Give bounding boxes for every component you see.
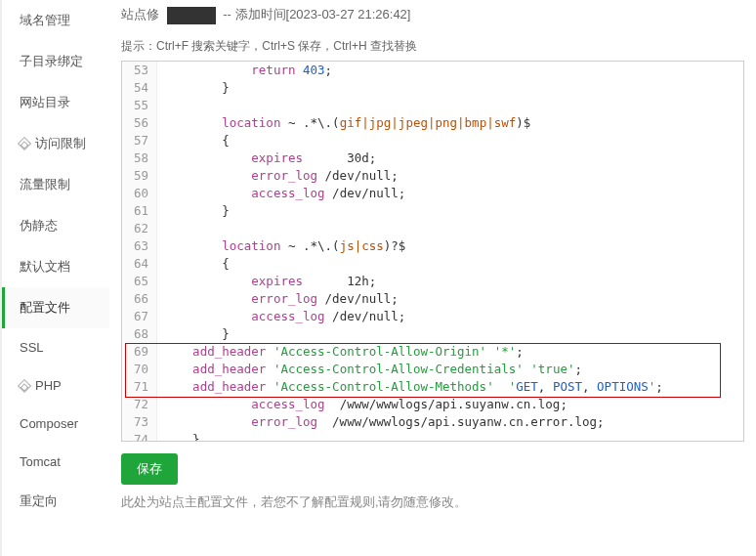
code-line[interactable]: 57 { bbox=[122, 132, 743, 150]
page-header: 站点修 -- 添加时间[2023-03-27 21:26:42] bbox=[121, 0, 744, 30]
code-line[interactable]: 70 add_header 'Access-Control-Allow-Cred… bbox=[122, 361, 743, 378]
line-number: 65 bbox=[122, 273, 157, 290]
code-line[interactable]: 53 return 403; bbox=[122, 62, 743, 79]
code-line[interactable]: 68 } bbox=[122, 325, 743, 343]
sidebar-item-label: 伪静态 bbox=[20, 217, 58, 235]
sidebar-item-3[interactable]: 访问限制 bbox=[2, 123, 109, 164]
line-number: 68 bbox=[122, 325, 157, 343]
code-line[interactable]: 67 access_log /dev/null; bbox=[122, 308, 743, 325]
line-number: 56 bbox=[122, 114, 157, 132]
line-code[interactable]: location ~ .*\.(js|css)?$ bbox=[157, 237, 743, 255]
line-number: 67 bbox=[122, 308, 157, 325]
code-line[interactable]: 63 location ~ .*\.(js|css)?$ bbox=[122, 237, 743, 255]
code-line[interactable]: 60 access_log /dev/null; bbox=[122, 185, 743, 202]
line-number: 74 bbox=[122, 431, 157, 442]
code-line[interactable]: 69 add_header 'Access-Control-Allow-Orig… bbox=[122, 343, 743, 361]
sidebar-item-7[interactable]: 配置文件 bbox=[2, 287, 109, 328]
save-button[interactable]: 保存 bbox=[121, 453, 178, 485]
line-code[interactable]: error_log /www/wwwlogs/api.suyanw.cn.err… bbox=[157, 413, 743, 431]
config-note: 此处为站点主配置文件，若您不了解配置规则,请勿随意修改。 bbox=[121, 494, 744, 511]
sidebar-item-label: Composer bbox=[20, 416, 78, 431]
line-code[interactable] bbox=[157, 220, 743, 237]
line-number: 71 bbox=[122, 378, 157, 396]
line-code[interactable]: error_log /dev/null; bbox=[157, 167, 743, 185]
code-line[interactable]: 66 error_log /dev/null; bbox=[122, 290, 743, 308]
header-suffix: -- 添加时间[2023-03-27 21:26:42] bbox=[223, 7, 410, 21]
editor-hint: 提示：Ctrl+F 搜索关键字，Ctrl+S 保存，Ctrl+H 查找替换 bbox=[121, 38, 744, 55]
sidebar-item-label: 默认文档 bbox=[20, 258, 70, 276]
line-code[interactable]: access_log /dev/null; bbox=[157, 308, 743, 325]
line-number: 60 bbox=[122, 185, 157, 202]
line-number: 58 bbox=[122, 150, 157, 167]
config-editor[interactable]: 53 return 403;54 }5556 location ~ .*\.(g… bbox=[121, 61, 744, 442]
line-code[interactable]: { bbox=[157, 255, 743, 273]
code-line[interactable]: 58 expires 30d; bbox=[122, 150, 743, 167]
sidebar-item-label: PHP bbox=[35, 378, 62, 393]
diamond-icon bbox=[18, 378, 31, 392]
sidebar-item-label: 访问限制 bbox=[35, 135, 86, 152]
sidebar-item-2[interactable]: 网站目录 bbox=[2, 82, 109, 123]
line-code[interactable]: add_header 'Access-Control-Allow-Origin'… bbox=[157, 343, 743, 361]
sidebar-item-label: 域名管理 bbox=[20, 12, 70, 29]
line-number: 72 bbox=[122, 396, 157, 413]
line-code[interactable]: access_log /www/wwwlogs/api.suyanw.cn.lo… bbox=[157, 396, 743, 413]
line-number: 54 bbox=[122, 79, 157, 97]
code-line[interactable]: 56 location ~ .*\.(gif|jpg|jpeg|png|bmp|… bbox=[122, 114, 743, 132]
code-line[interactable]: 73 error_log /www/wwwlogs/api.suyanw.cn.… bbox=[122, 413, 743, 431]
sidebar-item-9[interactable]: PHP bbox=[2, 366, 109, 405]
sidebar-item-5[interactable]: 伪静态 bbox=[2, 205, 109, 246]
line-number: 62 bbox=[122, 220, 157, 237]
line-number: 53 bbox=[122, 62, 157, 79]
code-line[interactable]: 62 bbox=[122, 220, 743, 237]
line-code[interactable]: add_header 'Access-Control-Allow-Credent… bbox=[157, 361, 743, 378]
line-number: 64 bbox=[122, 255, 157, 273]
line-number: 59 bbox=[122, 167, 157, 185]
line-code[interactable]: add_header 'Access-Control-Allow-Methods… bbox=[157, 378, 743, 396]
code-line[interactable]: 72 access_log /www/wwwlogs/api.suyanw.cn… bbox=[122, 396, 743, 413]
line-number: 70 bbox=[122, 361, 157, 378]
sidebar-item-label: 重定向 bbox=[20, 492, 58, 510]
sidebar-item-1[interactable]: 子目录绑定 bbox=[2, 41, 109, 82]
sidebar-item-4[interactable]: 流量限制 bbox=[2, 164, 109, 205]
code-line[interactable]: 71 add_header 'Access-Control-Allow-Meth… bbox=[122, 378, 743, 396]
sidebar-item-10[interactable]: Composer bbox=[2, 405, 109, 443]
code-line[interactable]: 59 error_log /dev/null; bbox=[122, 167, 743, 185]
sidebar-item-label: 配置文件 bbox=[20, 299, 70, 317]
sidebar-item-label: 子目录绑定 bbox=[20, 53, 83, 70]
line-number: 69 bbox=[122, 343, 157, 361]
sidebar-item-label: 流量限制 bbox=[20, 176, 70, 193]
code-line[interactable]: 61 } bbox=[122, 202, 743, 220]
sidebar-item-label: Tomcat bbox=[20, 454, 61, 469]
line-code[interactable]: } bbox=[157, 79, 743, 97]
line-code[interactable]: location ~ .*\.(gif|jpg|jpeg|png|bmp|swf… bbox=[157, 114, 743, 132]
sidebar-item-12[interactable]: 重定向 bbox=[2, 481, 109, 522]
line-code[interactable] bbox=[157, 97, 743, 114]
line-code[interactable]: access_log /dev/null; bbox=[157, 185, 743, 202]
line-code[interactable]: expires 12h; bbox=[157, 273, 743, 290]
code-line[interactable]: 65 expires 12h; bbox=[122, 273, 743, 290]
line-code[interactable]: return 403; bbox=[157, 62, 743, 79]
line-code[interactable]: expires 30d; bbox=[157, 150, 743, 167]
line-number: 73 bbox=[122, 413, 157, 431]
sidebar-item-label: 网站目录 bbox=[20, 94, 70, 111]
sidebar-item-8[interactable]: SSL bbox=[2, 328, 109, 366]
sidebar-item-6[interactable]: 默认文档 bbox=[2, 246, 109, 287]
line-code[interactable]: } bbox=[157, 325, 743, 343]
header-prefix: 站点修 bbox=[121, 7, 159, 21]
line-number: 57 bbox=[122, 132, 157, 150]
line-number: 66 bbox=[122, 290, 157, 308]
line-code[interactable]: { bbox=[157, 132, 743, 150]
line-number: 55 bbox=[122, 97, 157, 114]
masked-domain bbox=[167, 7, 216, 24]
code-line[interactable]: 54 } bbox=[122, 79, 743, 97]
code-line[interactable]: 74 } bbox=[122, 431, 743, 442]
code-line[interactable]: 64 { bbox=[122, 255, 743, 273]
sidebar-item-11[interactable]: Tomcat bbox=[2, 443, 109, 481]
line-code[interactable]: } bbox=[157, 431, 743, 442]
code-line[interactable]: 55 bbox=[122, 97, 743, 114]
line-code[interactable]: error_log /dev/null; bbox=[157, 290, 743, 308]
line-code[interactable]: } bbox=[157, 202, 743, 220]
sidebar: 域名管理子目录绑定网站目录访问限制流量限制伪静态默认文档配置文件SSLPHPCo… bbox=[2, 0, 109, 556]
sidebar-item-0[interactable]: 域名管理 bbox=[2, 0, 109, 41]
sidebar-item-label: SSL bbox=[20, 340, 44, 355]
